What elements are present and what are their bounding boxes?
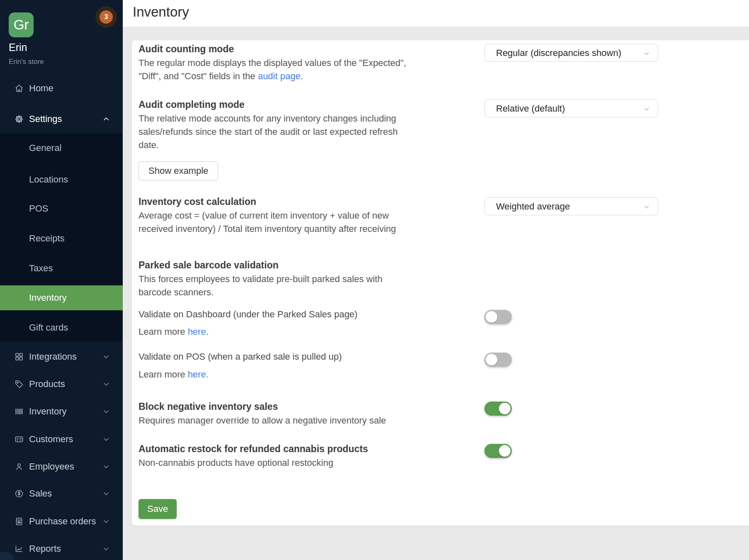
auto-restock-toggle[interactable]	[484, 444, 512, 458]
chevron-down-icon	[102, 489, 110, 498]
validate-pos-label: Validate on POS (when a parked sale is p…	[139, 351, 342, 362]
chevron-down-icon	[102, 517, 110, 526]
chevron-down-icon	[643, 203, 650, 211]
toggle-knob	[499, 445, 511, 457]
sidebar-item-label: Sales	[29, 488, 52, 499]
sidebar-item-label: Employees	[29, 461, 74, 472]
section-title: Inventory cost calculation	[139, 195, 396, 208]
submenu-item-taxes[interactable]: Taxes	[0, 260, 123, 277]
dropdown-value: Regular (discrepancies shown)	[496, 48, 621, 58]
section-auto-restock: Automatic restock for refunded cannabis …	[139, 443, 368, 470]
section-description: This forces employees to validate pre-bu…	[139, 273, 382, 299]
submenu-item-gift-cards[interactable]: Gift cards	[0, 319, 123, 336]
chevron-down-icon	[102, 380, 110, 388]
inventory-cost-dropdown[interactable]: Weighted average	[484, 197, 658, 215]
section-description: The regular mode displays the displayed …	[139, 56, 406, 83]
learn-more-link[interactable]: here.	[188, 369, 209, 380]
learn-more-link[interactable]: here.	[188, 326, 209, 337]
submenu-item-receipts[interactable]: Receipts	[0, 230, 123, 247]
chevron-down-icon	[643, 105, 650, 113]
validate-dashboard-label: Validate on Dashboard (under the Parked …	[139, 309, 357, 320]
barcode-icon	[14, 407, 24, 416]
validate-dashboard-toggle[interactable]	[484, 310, 512, 324]
validate-dashboard-learn-more: Learn more here.	[139, 326, 209, 337]
learn-more-text: Learn more	[139, 369, 188, 380]
grid-icon	[14, 352, 24, 362]
section-parked-sale: Parked sale barcode validation This forc…	[139, 259, 382, 299]
submenu-item-general[interactable]: General	[0, 140, 123, 156]
submenu-item-label: General	[29, 143, 61, 153]
chevron-down-icon	[102, 435, 110, 443]
document-icon	[14, 516, 24, 526]
page-header: Inventory	[123, 0, 749, 27]
sidebar-item-label: Settings	[29, 114, 62, 124]
chevron-down-icon	[102, 463, 110, 471]
sidebar-item-home[interactable]: Home	[0, 80, 123, 97]
tag-icon	[14, 379, 24, 389]
learn-more-text: Learn more	[139, 326, 188, 337]
section-block-negative: Block negative inventory sales Requires …	[139, 400, 386, 427]
settings-submenu: General Locations POS Receipts Taxes Inv…	[0, 134, 123, 341]
audit-completing-mode-dropdown[interactable]: Relative (default)	[484, 100, 658, 117]
show-example-button[interactable]: Show example	[139, 161, 218, 180]
sidebar-item-customers[interactable]: Customers	[0, 431, 123, 448]
chevron-down-icon	[102, 407, 110, 416]
chevron-down-icon	[102, 353, 110, 361]
sidebar-item-reports[interactable]: Reports	[0, 541, 123, 557]
person-icon	[14, 462, 24, 472]
section-audit-counting: Audit counting mode The regular mode dis…	[139, 43, 406, 83]
section-description: Non-cannabis products have optional rest…	[139, 456, 368, 470]
save-button[interactable]: Save	[139, 499, 177, 519]
validate-pos-learn-more: Learn more here.	[139, 369, 209, 380]
notification-badge[interactable]: 3	[100, 10, 113, 24]
app-logo-text: Gr	[14, 17, 29, 33]
dropdown-value: Weighted average	[496, 201, 570, 212]
submenu-item-label: Gift cards	[29, 322, 68, 333]
sidebar-item-label: Integrations	[29, 351, 77, 362]
chevron-down-icon	[643, 50, 650, 57]
validate-pos-toggle[interactable]	[484, 353, 512, 367]
section-title: Block negative inventory sales	[139, 400, 386, 413]
sidebar-item-purchase-orders[interactable]: Purchase orders	[0, 513, 123, 530]
submenu-item-label: Taxes	[29, 263, 53, 274]
sidebar-item-label: Home	[29, 83, 54, 94]
submenu-item-label: Inventory	[29, 292, 67, 303]
section-description: Average cost = (value of current item in…	[139, 209, 396, 236]
notification-badge-halo: 3	[95, 6, 117, 28]
sidebar-item-label: Reports	[29, 543, 61, 554]
toggle-knob	[499, 403, 511, 414]
toggle-knob	[486, 311, 497, 323]
section-title: Parked sale barcode validation	[139, 259, 382, 271]
inventory-settings-card: Audit counting mode The regular mode dis…	[132, 40, 749, 526]
submenu-item-label: POS	[29, 203, 48, 214]
section-audit-completing: Audit completing mode The relative mode …	[139, 98, 398, 152]
sidebar-item-inventory[interactable]: Inventory	[0, 403, 123, 420]
sidebar-item-label: Products	[29, 379, 65, 390]
sidebar-item-integrations[interactable]: Integrations	[0, 348, 123, 365]
chevron-down-icon	[102, 545, 110, 553]
toggle-knob	[486, 354, 497, 365]
submenu-item-locations[interactable]: Locations	[0, 171, 123, 188]
audit-counting-mode-dropdown[interactable]: Regular (discrepancies shown)	[484, 44, 658, 62]
user-name: Erin	[9, 41, 27, 54]
app-logo[interactable]: Gr	[9, 12, 34, 37]
chevron-up-icon	[102, 115, 110, 123]
submenu-item-inventory[interactable]: Inventory	[0, 285, 123, 310]
sidebar-item-sales[interactable]: Sales	[0, 485, 123, 502]
submenu-item-pos[interactable]: POS	[0, 200, 123, 217]
audit-page-link[interactable]: audit page	[258, 71, 301, 81]
section-inventory-cost: Inventory cost calculation Average cost …	[139, 195, 396, 236]
page-title: Inventory	[133, 4, 189, 20]
description-text: .	[300, 71, 303, 81]
block-negative-toggle[interactable]	[484, 402, 512, 416]
sidebar-item-settings[interactable]: Settings	[0, 111, 123, 127]
sidebar-item-products[interactable]: Products	[0, 376, 123, 392]
section-description: The relative mode accounts for any inven…	[139, 112, 398, 152]
sidebar-item-employees[interactable]: Employees	[0, 458, 123, 475]
sidebar-item-label: Inventory	[29, 406, 67, 417]
gear-icon	[14, 114, 24, 124]
sidebar-item-label: Purchase orders	[29, 516, 96, 527]
section-title: Audit completing mode	[139, 98, 398, 111]
sidebar: Gr 3 Erin Erin's store Home Settings Gen…	[0, 0, 123, 560]
dropdown-value: Relative (default)	[496, 103, 565, 114]
